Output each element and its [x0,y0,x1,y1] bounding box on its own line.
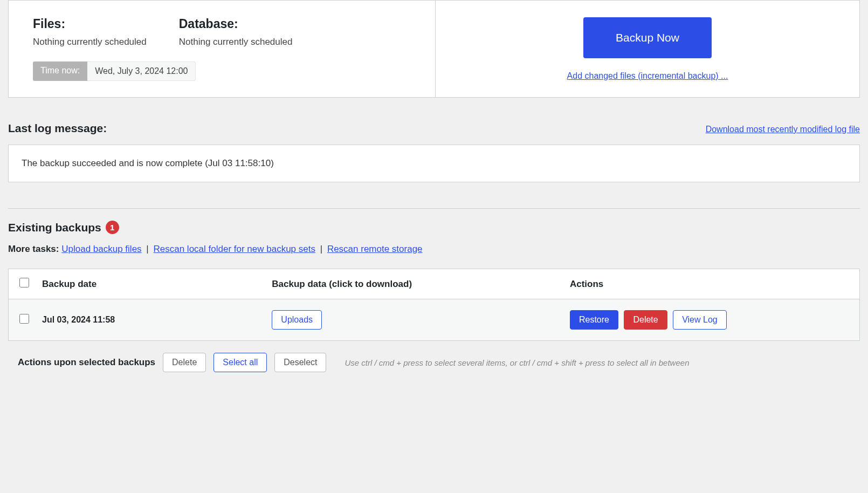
time-now-value: Wed, July 3, 2024 12:00 [87,61,196,81]
backup-date-header: Backup date [36,269,265,299]
section-divider [8,208,860,209]
log-message-text: The backup succeeded and is now complete… [22,158,274,168]
database-status: Nothing currently scheduled [179,37,293,47]
backup-date-cell: Jul 03, 2024 11:58 [36,299,265,341]
restore-button[interactable]: Restore [570,310,618,330]
files-schedule: Files: Nothing currently scheduled [33,17,147,47]
more-tasks-row: More tasks: Upload backup files | Rescan… [8,244,860,255]
backup-data-cell: Uploads [265,299,563,341]
schedule-info: Files: Nothing currently scheduled Datab… [9,1,435,97]
select-all-button[interactable]: Select all [213,353,267,372]
backup-now-button[interactable]: Backup Now [583,17,712,58]
log-heading: Last log message: [8,122,107,135]
backup-now-area: Backup Now Add changed files (incrementa… [435,1,859,97]
bulk-actions-label: Actions upon selected backups [18,357,155,368]
rescan-local-link[interactable]: Rescan local folder for new backup sets [153,244,315,254]
existing-backups-header: Existing backups 1 [8,221,860,234]
bulk-hint: Use ctrl / cmd + press to select several… [345,358,689,367]
files-heading: Files: [33,17,147,31]
database-schedule: Database: Nothing currently scheduled [179,17,293,47]
backups-table: Backup date Backup data (click to downlo… [8,269,860,341]
log-message-panel: The backup succeeded and is now complete… [8,145,860,182]
download-uploads-button[interactable]: Uploads [272,310,322,330]
upload-backup-link[interactable]: Upload backup files [61,244,141,254]
separator: | [320,244,322,254]
download-log-link[interactable]: Download most recently modified log file [706,125,860,134]
delete-button[interactable]: Delete [624,310,667,330]
backup-data-header: Backup data (click to download) [265,269,563,299]
actions-header: Actions [563,269,860,299]
select-all-header [9,269,36,299]
table-header-row: Backup date Backup data (click to downlo… [9,269,860,299]
row-checkbox[interactable] [19,314,29,324]
files-status: Nothing currently scheduled [33,37,147,47]
deselect-button[interactable]: Deselect [274,353,326,372]
existing-backups-heading: Existing backups [8,221,101,234]
table-row: Jul 03, 2024 11:58 Uploads Restore Delet… [9,299,860,341]
bulk-delete-button[interactable]: Delete [163,353,206,372]
log-section-header: Last log message: Download most recently… [8,122,860,135]
row-select-cell [9,299,36,341]
backup-count-badge: 1 [106,221,119,234]
bulk-actions-row: Actions upon selected backups Delete Sel… [8,353,860,372]
view-log-button[interactable]: View Log [673,310,727,330]
schedule-panel: Files: Nothing currently scheduled Datab… [8,0,860,98]
more-tasks-label: More tasks: [8,244,59,254]
select-all-checkbox[interactable] [19,278,29,287]
actions-cell: Restore Delete View Log [563,299,860,341]
time-now: Time now: Wed, July 3, 2024 12:00 [33,61,414,81]
incremental-backup-link[interactable]: Add changed files (incremental backup) .… [567,71,728,81]
separator: | [146,244,148,254]
rescan-remote-link[interactable]: Rescan remote storage [327,244,423,254]
database-heading: Database: [179,17,293,31]
time-now-label: Time now: [33,61,87,81]
